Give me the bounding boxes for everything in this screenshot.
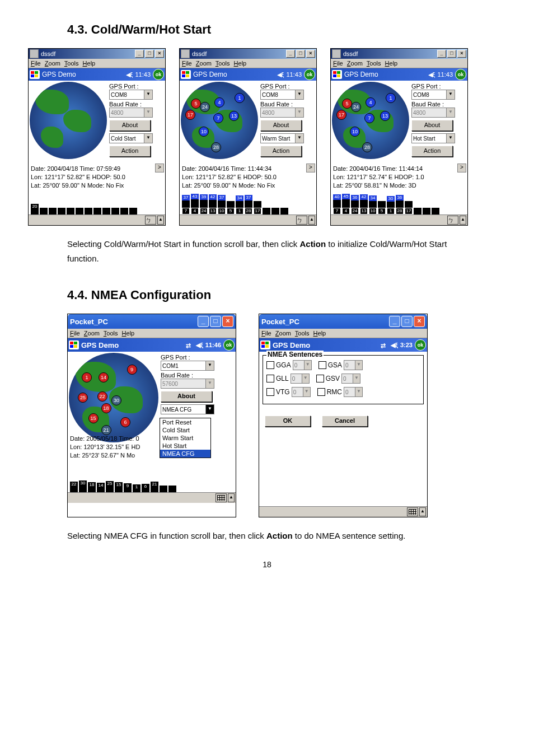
about-button[interactable]: About: [109, 120, 151, 131]
action-button[interactable]: Action: [411, 146, 453, 157]
menu-tools[interactable]: Tools: [64, 60, 79, 67]
nmea-value-combo[interactable]: 0▼: [341, 374, 360, 384]
close-button[interactable]: ×: [222, 316, 233, 327]
close-button[interactable]: ×: [414, 316, 425, 327]
maximize-button[interactable]: □: [401, 316, 413, 327]
close-button[interactable]: ×: [457, 50, 466, 58]
speaker-icon[interactable]: ◀ξ: [428, 71, 435, 78]
menu-tools[interactable]: Tools: [216, 60, 230, 67]
about-button[interactable]: About: [161, 391, 212, 402]
minimize-button[interactable]: _: [286, 50, 295, 58]
speaker-icon[interactable]: ◀ξ: [126, 71, 133, 78]
start-icon[interactable]: [181, 70, 191, 79]
nmea-value-combo[interactable]: 0▼: [291, 374, 310, 384]
sip-up-icon[interactable]: ▲: [419, 507, 426, 516]
function-combo[interactable]: Warm Start▼: [260, 133, 304, 143]
minimize-button[interactable]: _: [198, 316, 209, 327]
checkbox[interactable]: [266, 375, 274, 382]
menu-tools[interactable]: Tools: [104, 330, 118, 337]
maximize-button[interactable]: □: [447, 50, 456, 58]
speaker-icon[interactable]: ◀ξ: [391, 342, 398, 349]
maximize-button[interactable]: □: [210, 316, 221, 327]
checkbox[interactable]: [318, 361, 326, 369]
minimize-button[interactable]: _: [389, 316, 400, 327]
menu-help[interactable]: Help: [313, 330, 326, 337]
maximize-button[interactable]: □: [296, 50, 305, 58]
menu-zoom[interactable]: Zoom: [84, 330, 100, 337]
menu-file[interactable]: File: [70, 330, 80, 337]
menu-zoom[interactable]: Zoom: [45, 60, 60, 67]
menu-file[interactable]: File: [333, 60, 343, 67]
sip-up-icon[interactable]: ▲: [228, 493, 235, 502]
baud-rate-combo[interactable]: 57600▼: [161, 379, 214, 389]
maximize-button[interactable]: □: [145, 50, 154, 58]
menu-file[interactable]: File: [31, 60, 41, 67]
ok-button[interactable]: ok: [223, 339, 235, 351]
function-dropdown-list[interactable]: Port ResetCold StartWarm StartHot StartN…: [160, 418, 211, 458]
start-icon[interactable]: [30, 70, 40, 79]
about-button[interactable]: About: [411, 120, 453, 131]
sip-up-icon[interactable]: ▲: [157, 216, 164, 225]
go-button[interactable]: >: [457, 164, 466, 172]
minimize-button[interactable]: _: [437, 50, 446, 58]
function-combo[interactable]: Hot Start▼: [411, 133, 455, 143]
menu-file[interactable]: File: [261, 330, 271, 337]
baud-rate-combo[interactable]: 4800▼: [260, 108, 304, 118]
dropdown-option[interactable]: Port Reset: [160, 418, 210, 426]
keyboard-icon[interactable]: ㄅ: [145, 216, 156, 225]
menu-zoom[interactable]: Zoom: [275, 330, 291, 337]
sip-up-icon[interactable]: ▲: [308, 216, 315, 225]
ok-button[interactable]: ok: [455, 69, 466, 80]
menu-file[interactable]: File: [182, 60, 192, 67]
gps-port-combo[interactable]: COM8▼: [260, 90, 304, 100]
ok-button[interactable]: ok: [153, 69, 164, 80]
go-button[interactable]: >: [155, 164, 164, 172]
keyboard-icon[interactable]: [216, 493, 227, 502]
menu-tools[interactable]: Tools: [295, 330, 310, 337]
close-button[interactable]: ×: [155, 50, 164, 58]
ok-button[interactable]: OK: [265, 416, 311, 427]
speaker-icon[interactable]: ◀ξ: [277, 71, 284, 78]
ok-button[interactable]: ok: [415, 339, 426, 351]
minimize-button[interactable]: _: [135, 50, 144, 58]
keyboard-icon[interactable]: [407, 507, 418, 516]
about-button[interactable]: About: [260, 120, 302, 131]
menu-help[interactable]: Help: [122, 330, 135, 337]
menu-zoom[interactable]: Zoom: [196, 60, 212, 67]
gps-port-combo[interactable]: COM8▼: [109, 90, 153, 100]
dropdown-option[interactable]: Hot Start: [160, 442, 210, 450]
speaker-icon[interactable]: ◀ξ: [196, 342, 203, 349]
checkbox[interactable]: [317, 388, 325, 396]
connectivity-icon[interactable]: ⇄: [186, 342, 194, 348]
close-button[interactable]: ×: [306, 50, 315, 58]
nmea-value-combo[interactable]: 0▼: [293, 360, 312, 370]
nmea-value-combo[interactable]: 0▼: [344, 387, 363, 397]
connectivity-icon[interactable]: ⇄: [381, 342, 388, 348]
checkbox[interactable]: [316, 375, 324, 382]
start-icon[interactable]: [332, 70, 342, 79]
nmea-value-combo[interactable]: 0▼: [292, 387, 311, 397]
menu-zoom[interactable]: Zoom: [347, 60, 363, 67]
dropdown-option[interactable]: Warm Start: [160, 434, 210, 442]
go-button[interactable]: >: [306, 164, 315, 172]
baud-rate-combo[interactable]: 4800▼: [109, 108, 153, 118]
keyboard-icon[interactable]: ㄅ: [296, 216, 307, 225]
gps-port-combo[interactable]: COM1▼: [161, 361, 214, 371]
function-combo[interactable]: NMEA CFG▼: [161, 404, 214, 414]
keyboard-icon[interactable]: ㄅ: [447, 216, 458, 225]
start-icon[interactable]: [260, 340, 270, 349]
checkbox[interactable]: [266, 361, 274, 369]
menu-help[interactable]: Help: [385, 60, 398, 67]
cancel-button[interactable]: Cancel: [322, 416, 368, 427]
ok-button[interactable]: ok: [304, 69, 315, 80]
nmea-value-combo[interactable]: 0▼: [344, 360, 363, 370]
dropdown-option[interactable]: NMEA CFG: [160, 450, 210, 458]
checkbox[interactable]: [266, 388, 274, 396]
baud-rate-combo[interactable]: 4800▼: [411, 108, 455, 118]
sip-up-icon[interactable]: ▲: [460, 216, 466, 225]
action-button[interactable]: Action: [109, 146, 151, 157]
gps-port-combo[interactable]: COM8▼: [411, 90, 455, 100]
menu-tools[interactable]: Tools: [367, 60, 381, 67]
function-combo[interactable]: Cold Start▼: [109, 133, 153, 143]
dropdown-option[interactable]: Cold Start: [160, 426, 210, 434]
